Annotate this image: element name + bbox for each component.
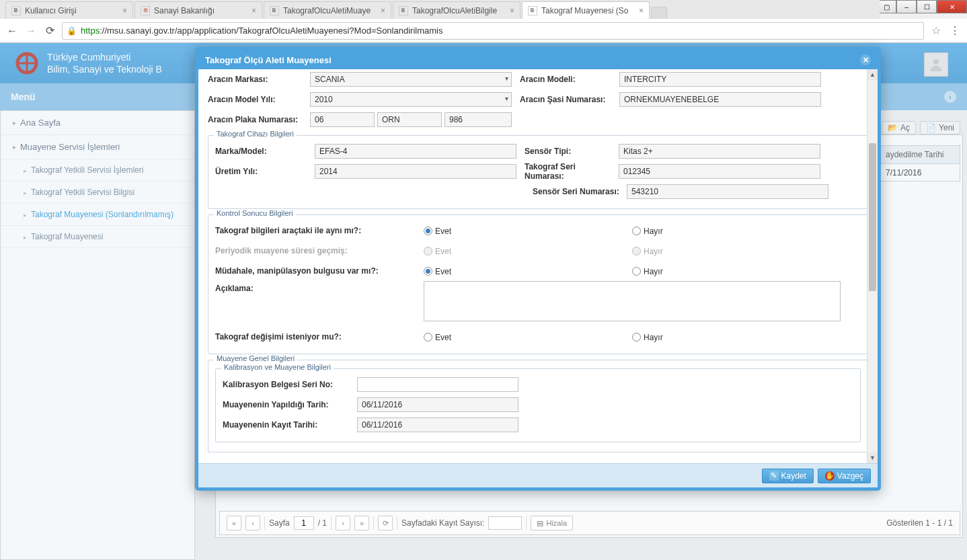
q3-label: Müdahale, manipülasyon bulgusu var mı?: <box>215 266 424 276</box>
tacho-serial-field[interactable]: 012345 <box>619 164 820 179</box>
window-close-icon[interactable]: ✕ <box>937 0 967 13</box>
grid-pager: « ‹ Sayfa / 1 › » ⟳ Sayfadaki Kayıt Sayı… <box>219 511 960 535</box>
vehicle-model-field[interactable]: INTERCITY <box>619 72 821 87</box>
q4-yes-label: Evet <box>435 333 451 342</box>
reload-icon[interactable]: ⟳ <box>43 24 56 38</box>
url-path: ://msu.sanayi.gov.tr/app/application/Tak… <box>100 26 442 36</box>
stop-icon: ✋ <box>825 471 835 481</box>
browser-tab-3[interactable]: 🗎 TakografOlcuAletiBilgile × <box>393 1 520 19</box>
dialog: Takograf Ölçü Aleti Muayenesi ✕ Aracın M… <box>195 47 881 491</box>
q4-no-label: Hayır <box>644 333 663 342</box>
browser-tab-1[interactable]: ⚙ Sanayi Bakanlığı × <box>134 1 262 19</box>
sensor-type-field[interactable]: Kitas 2+ <box>619 144 820 159</box>
browser-tab-0[interactable]: 🗎 Kullanıcı Girişi × <box>5 1 133 19</box>
scroll-up-icon[interactable]: ▲ <box>867 69 878 80</box>
tab-label: Kullanıcı Girişi <box>25 6 120 15</box>
q3-no-radio[interactable] <box>632 267 641 276</box>
q2-yes-radio <box>424 247 432 255</box>
pager-prev-icon[interactable]: ‹ <box>245 516 260 530</box>
q3-yes-radio[interactable] <box>424 267 432 276</box>
label-sensor-serial: Sensör Seri Numarası: <box>533 187 627 196</box>
save-button[interactable]: ✎Kaydet <box>762 469 814 483</box>
label-tacho-brand: Marka/Model: <box>215 147 315 156</box>
tacho-year-field[interactable]: 2014 <box>315 164 516 179</box>
tab-close-icon[interactable]: × <box>510 6 514 15</box>
pager-shown: Gösterilen 1 - 1 / 1 <box>886 518 953 528</box>
tab-close-icon[interactable]: × <box>639 6 644 15</box>
label-inspection-date: Muayenenin Yapıldığı Tarih: <box>223 400 357 409</box>
tab-label: Takograf Muayenesi (So <box>541 6 636 15</box>
dialog-scrollbar[interactable]: ▲ ▼ <box>867 69 878 463</box>
q1-yes-radio[interactable] <box>424 227 432 235</box>
favicon-icon: 🗎 <box>528 6 537 15</box>
url-input[interactable]: 🔒 https://msu.sanayi.gov.tr/app/applicat… <box>62 22 924 40</box>
window-maximize-icon[interactable]: ☐ <box>917 0 937 13</box>
inspection-date-field[interactable]: 06/11/2016 <box>357 397 518 412</box>
pager-page-label: Sayfa <box>269 518 290 528</box>
bookmark-icon[interactable]: ☆ <box>929 24 943 38</box>
new-tab-button[interactable] <box>651 7 667 19</box>
legend-calibration: Kalibrasyon ve Muayene Bilgileri <box>221 363 334 371</box>
tacho-brand-field[interactable]: EFAS-4 <box>315 144 516 159</box>
label-sensor-type: Sensör Tipi: <box>525 147 619 156</box>
sensor-serial-field[interactable]: 543210 <box>627 184 828 199</box>
q2-yes-label: Evet <box>435 247 451 256</box>
tab-label: Sanayi Bakanlığı <box>154 6 249 15</box>
forward-icon[interactable]: → <box>24 24 38 38</box>
tab-close-icon[interactable]: × <box>122 6 127 15</box>
q4-no-radio[interactable] <box>632 333 641 342</box>
q1-yes-label: Evet <box>435 227 451 236</box>
dialog-header[interactable]: Takograf Ölçü Aleti Muayenesi ✕ <box>198 50 878 69</box>
q2-no-label: Hayır <box>644 247 663 256</box>
vehicle-year-combo[interactable]: 2010 <box>310 92 512 107</box>
fieldset-calibration: Kalibrasyon ve Muayene Bilgileri Kalibra… <box>215 368 861 442</box>
label-record-date: Muayenenin Kayıt Tarihi: <box>223 420 357 430</box>
label-tacho-serial: Takograf Seri Numarası: <box>525 162 619 181</box>
dialog-title: Takograf Ölçü Aleti Muayenesi <box>205 55 332 65</box>
q4-yes-radio[interactable] <box>424 333 432 342</box>
scroll-down-icon[interactable]: ▼ <box>867 452 878 463</box>
tab-close-icon[interactable]: × <box>252 6 256 15</box>
q2-label: Periyodik muayene süresi geçmiş: <box>215 246 424 255</box>
browser-menu-icon[interactable]: ⋮ <box>948 24 962 38</box>
pager-last-icon[interactable]: » <box>354 516 369 530</box>
scroll-thumb[interactable] <box>869 143 876 291</box>
dialog-close-icon[interactable]: ✕ <box>860 54 871 65</box>
vehicle-brand-combo[interactable]: SCANIA <box>310 72 512 87</box>
tab-close-icon[interactable]: × <box>381 6 385 15</box>
plate-part1-field[interactable]: 06 <box>310 112 375 127</box>
calib-serial-field[interactable] <box>357 377 518 392</box>
dialog-footer: ✎Kaydet ✋Vazgeç <box>198 463 878 487</box>
browser-tab-4[interactable]: 🗎 Takograf Muayenesi (So × <box>522 1 650 19</box>
plate-part2-field[interactable]: ORN <box>377 112 442 127</box>
vehicle-chassis-field[interactable]: ORNEKMUAYENEBELGE <box>619 92 821 107</box>
tab-label: TakografOlcuAletiBilgile <box>412 6 507 15</box>
tab-label: TakografOlcuAletiMuaye <box>283 6 378 15</box>
pager-per-combo[interactable] <box>488 516 522 530</box>
pager-align-button[interactable]: ▤Hizala <box>531 516 573 530</box>
save-icon: ✎ <box>769 471 779 481</box>
favicon-icon: 🗎 <box>399 6 408 15</box>
pager-page-input[interactable] <box>294 516 314 530</box>
q1-no-radio[interactable] <box>632 227 641 235</box>
lock-icon: 🔒 <box>67 26 77 36</box>
pager-refresh-icon[interactable]: ⟳ <box>378 516 393 530</box>
q1-no-label: Hayır <box>644 227 663 236</box>
aciklama-label: Açıklama: <box>215 281 424 293</box>
record-date-field[interactable]: 06/11/2016 <box>357 417 518 432</box>
back-icon[interactable]: ← <box>5 24 19 38</box>
plate-part3-field[interactable]: 986 <box>444 112 512 127</box>
label-vehicle-plate: Aracın Plaka Numarası: <box>208 115 310 124</box>
browser-toolbar: ← → ⟳ 🔒 https://msu.sanayi.gov.tr/app/ap… <box>0 19 967 43</box>
legend-tachograph: Takograf Cihazı Bilgileri <box>214 130 297 138</box>
q2-no-radio <box>632 247 641 255</box>
pager-next-icon[interactable]: › <box>336 516 350 530</box>
browser-tab-2[interactable]: 🗎 TakografOlcuAletiMuaye × <box>264 1 391 19</box>
q1-label: Takograf bilgileri araçtaki ile aynı mı?… <box>215 226 424 235</box>
favicon-icon: 🗎 <box>270 6 279 15</box>
cancel-button[interactable]: ✋Vazgeç <box>818 469 871 483</box>
q3-yes-label: Evet <box>435 267 451 276</box>
window-minimize-icon[interactable]: – <box>896 0 917 13</box>
pager-first-icon[interactable]: « <box>227 516 241 530</box>
aciklama-textarea[interactable] <box>424 281 841 321</box>
